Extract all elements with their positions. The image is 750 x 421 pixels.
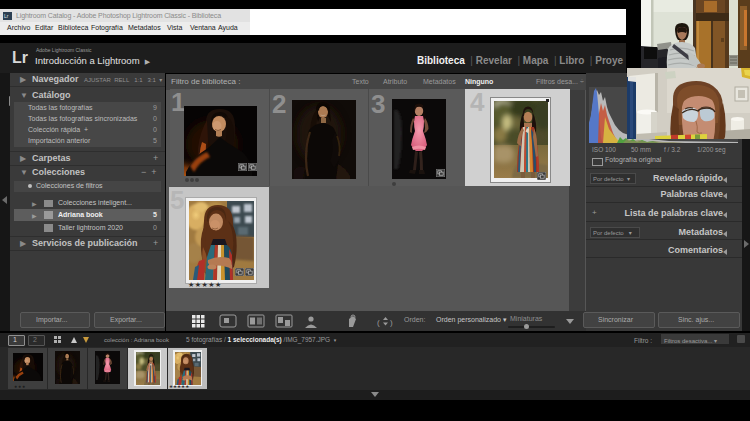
svg-text:(: ( (377, 318, 380, 327)
svg-text:): ) (390, 318, 393, 327)
